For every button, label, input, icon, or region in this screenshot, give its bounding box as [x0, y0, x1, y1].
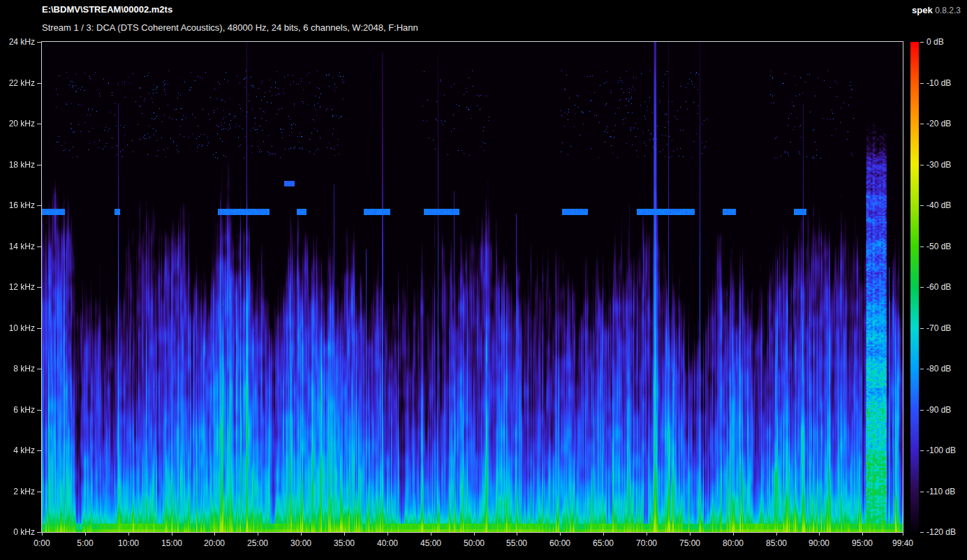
freq-tick-label: 0 kHz: [0, 527, 35, 537]
db-tick-label: -30 dB: [927, 160, 951, 170]
stream-info: Stream 1 / 3: DCA (DTS Coherent Acoustic…: [42, 22, 418, 33]
freq-tick-label: 4 kHz: [0, 445, 35, 455]
freq-tick-label: 8 kHz: [0, 364, 35, 374]
time-tick-label: 0:00: [20, 538, 64, 548]
time-tick-label: 45:00: [408, 538, 453, 548]
app-brand: spek 0.8.2.3: [912, 5, 961, 15]
db-tick: [920, 410, 924, 411]
time-tick-label: 90:00: [797, 538, 841, 548]
freq-tick-label: 6 kHz: [0, 405, 35, 415]
time-tick: [819, 533, 820, 536]
db-tick-label: -20 dB: [927, 119, 951, 128]
freq-tick: [37, 83, 41, 84]
freq-tick: [37, 450, 41, 451]
db-tick: [920, 42, 924, 43]
db-tick: [920, 165, 924, 165]
time-tick: [258, 533, 258, 536]
time-tick: [85, 533, 86, 536]
time-tick-label: 15:00: [149, 538, 194, 548]
time-tick: [172, 533, 172, 536]
time-tick: [344, 533, 345, 536]
freq-tick: [37, 492, 41, 492]
app-window: E:\BDMV\STREAM\00002.m2ts Stream 1 / 3: …: [0, 0, 967, 560]
freq-tick: [37, 124, 41, 124]
freq-tick: [37, 328, 41, 329]
time-tick: [517, 533, 517, 536]
time-tick-label: 10:00: [106, 538, 151, 548]
db-tick: [920, 369, 924, 369]
time-tick: [862, 533, 863, 536]
time-tick-label: 99:40: [880, 538, 925, 548]
db-tick: [920, 287, 924, 288]
freq-tick-label: 12 kHz: [0, 282, 35, 292]
freq-tick: [37, 205, 41, 206]
db-tick-label: -120 dB: [927, 527, 956, 537]
time-tick-label: 55:00: [494, 538, 539, 548]
db-tick-label: -110 dB: [927, 487, 955, 496]
spectrogram-canvas: [42, 42, 903, 532]
time-tick: [776, 533, 777, 536]
db-tick-label: -70 dB: [927, 323, 951, 333]
db-tick-label: -10 dB: [927, 78, 951, 88]
time-tick-label: 95:00: [840, 538, 885, 548]
freq-tick-label: 20 kHz: [0, 119, 35, 128]
time-tick: [603, 533, 604, 536]
app-name: spek: [912, 5, 933, 15]
db-tick-label: -60 dB: [927, 282, 951, 292]
freq-tick-label: 14 kHz: [0, 242, 35, 251]
freq-tick: [37, 42, 41, 43]
freq-tick-label: 2 kHz: [0, 487, 35, 496]
db-tick-label: -40 dB: [927, 200, 951, 210]
freq-tick: [37, 287, 41, 288]
time-tick-label: 30:00: [279, 538, 323, 548]
db-tick: [920, 246, 924, 247]
time-tick: [128, 533, 129, 536]
time-tick: [214, 533, 215, 536]
legend-gradient-bar: [910, 42, 919, 532]
time-tick-label: 65:00: [581, 538, 626, 548]
time-tick: [301, 533, 302, 536]
db-tick-label: -100 dB: [927, 445, 956, 455]
time-tick: [42, 533, 43, 536]
time-tick-label: 85:00: [754, 538, 799, 548]
time-tick-label: 70:00: [624, 538, 669, 548]
time-tick: [733, 533, 734, 536]
time-tick-label: 80:00: [711, 538, 755, 548]
time-tick-label: 35:00: [322, 538, 367, 548]
time-tick: [690, 533, 691, 536]
freq-tick-label: 10 kHz: [0, 323, 35, 333]
freq-tick-label: 22 kHz: [0, 78, 35, 88]
time-tick-label: 40:00: [365, 538, 410, 548]
time-tick-label: 75:00: [667, 538, 712, 548]
time-tick: [431, 533, 431, 536]
time-tick-label: 25:00: [235, 538, 280, 548]
file-title: E:\BDMV\STREAM\00002.m2ts: [42, 4, 172, 15]
db-tick-label: -50 dB: [927, 242, 951, 251]
app-version: 0.8.2.3: [935, 6, 961, 15]
db-tick: [920, 205, 924, 206]
freq-tick: [37, 532, 41, 533]
time-tick-label: 20:00: [192, 538, 237, 548]
time-tick-label: 5:00: [63, 538, 108, 548]
time-tick-label: 50:00: [452, 538, 496, 548]
db-tick: [920, 124, 924, 124]
db-tick-label: -90 dB: [927, 405, 951, 415]
db-tick: [920, 450, 924, 451]
time-tick-label: 60:00: [538, 538, 582, 548]
time-tick: [560, 533, 561, 536]
time-tick: [387, 533, 388, 536]
time-tick: [647, 533, 647, 536]
db-tick-label: 0 dB: [927, 37, 944, 47]
time-tick: [903, 533, 903, 536]
db-tick-label: -80 dB: [927, 364, 951, 374]
freq-tick-label: 16 kHz: [0, 200, 35, 210]
freq-tick: [37, 165, 41, 165]
freq-tick-label: 24 kHz: [0, 37, 35, 47]
db-tick: [920, 83, 924, 84]
freq-tick: [37, 246, 41, 247]
freq-tick: [37, 410, 41, 411]
db-tick: [920, 532, 924, 533]
freq-tick: [37, 369, 41, 369]
db-tick: [920, 328, 924, 329]
db-tick: [920, 492, 924, 492]
